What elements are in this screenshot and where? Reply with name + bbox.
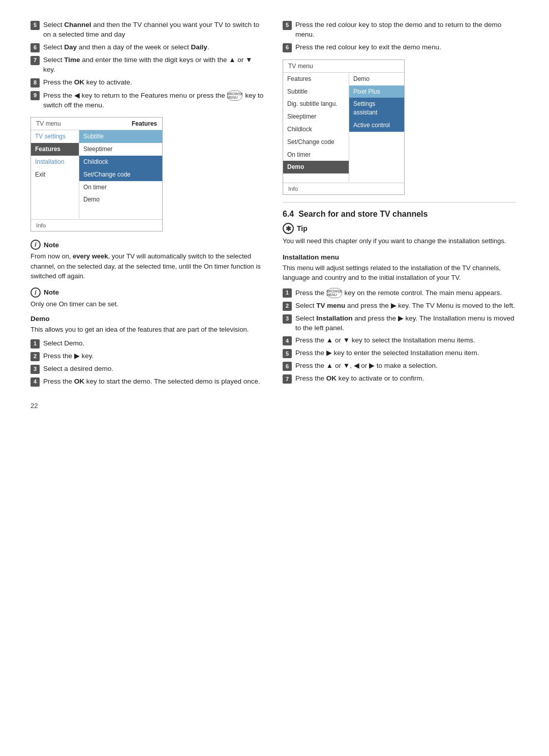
step-text: Select TV menu and press the ▶ key. The … [295, 301, 516, 311]
tv-menu-demo-box: TV menu Features Subtitle Dig. subtitle … [283, 60, 405, 195]
note-text-1: From now on, every week, your TV will au… [30, 251, 264, 281]
step-number: 9 [30, 91, 40, 100]
menu-info: Info [31, 219, 162, 231]
mi-subtitle: Subtitle [283, 85, 349, 98]
menu-right-items2: Demo Pixel Plus Settings assistant Activ… [349, 73, 404, 182]
mr-pixelplus: Pixel Plus [349, 85, 404, 98]
tip-box: ✱ Tip You will need this chapter only if… [283, 223, 516, 246]
step-text: Press the ▶ key to enter the selected In… [295, 348, 516, 358]
step-text: Press the red colour key to exit the dem… [295, 43, 516, 52]
menu-item-childlock: Childlock [79, 156, 162, 168]
note-title-2: Note [44, 288, 59, 296]
menu-key-browse2: BROWSEMENU [327, 288, 342, 298]
step-number: 4 [30, 377, 40, 387]
mi-setchange: Set/Change code [283, 136, 349, 149]
tip-label: ✱ Tip [283, 223, 516, 234]
step-number: 1 [283, 288, 292, 298]
demo-step-4: 4 Press the OK key to start the demo. Th… [30, 377, 264, 387]
menu-key-browse: BROWSEMENU [227, 91, 242, 101]
step-number: 5 [283, 349, 292, 358]
left-column: 5 Select Channel and then the TV channel… [30, 20, 264, 410]
step-item-r6: 6 Press the red colour key to exit the d… [283, 43, 516, 52]
tv-menu-features-box: TV menu Features TV settings Features In… [30, 117, 163, 231]
note-label-2: i Note [30, 287, 264, 298]
menu-item-installation: Installation [31, 156, 79, 168]
menu-info2: Info [283, 183, 404, 194]
step-item: 6 Select Day and then a day of the week … [30, 43, 264, 52]
step-number: 7 [283, 374, 292, 384]
top-steps-right: 5 Press the red colour key to stop the d… [283, 20, 516, 52]
step-text: Press the ▲ or ▼ key to select the Insta… [295, 336, 516, 345]
menu-body: TV settings Features Installation Exit S… [31, 130, 162, 218]
demo-intro: This allows you to get an idea of the fe… [30, 325, 264, 335]
step-text: Press the ▲ or ▼, ◀ or ▶ to make a selec… [295, 361, 516, 371]
page-number: 22 [30, 402, 264, 410]
mi-dig-subtitle: Dig. subtitle langu. [283, 98, 349, 110]
step-number: 4 [283, 336, 292, 345]
menu-title: TV menu [36, 120, 61, 127]
tip-text: You will need this chapter only if you w… [283, 236, 516, 246]
install-step-2: 2 Select TV menu and press the ▶ key. Th… [283, 301, 516, 311]
menu-section: Features [132, 120, 157, 127]
mi-sleeptimer: Sleeptimer [283, 110, 349, 123]
menu-header: TV menu Features [31, 118, 162, 130]
step-number: 6 [30, 43, 40, 52]
step-text: Select Day and then a day of the week or… [43, 43, 264, 52]
install-step-4: 4 Press the ▲ or ▼ key to select the Ins… [283, 336, 516, 345]
step-text: Press the OK key to activate or to confi… [295, 374, 516, 384]
step-number: 8 [30, 78, 40, 88]
step-number: 7 [30, 56, 40, 65]
note-label-1: i Note [30, 240, 264, 250]
step-text: Press the red colour key to stop the dem… [295, 20, 516, 40]
note-box-2: i Note Only one On timer can be set. [30, 287, 264, 309]
install-steps: 1 Press the BROWSEMENU key on the remote… [283, 288, 516, 384]
step-number: 3 [30, 365, 40, 374]
menu-header2: TV menu [283, 60, 404, 73]
step-text: Press the ▶ key. [43, 352, 264, 361]
menu-item-ontimer: On timer [79, 181, 162, 194]
note-icon-2: i [30, 287, 41, 298]
menu-item-subtitle: Subtitle [79, 130, 162, 143]
section-heading: 6.4 Search for and store TV channels [283, 210, 516, 219]
mi-features: Features [283, 73, 349, 85]
note-box-1: i Note From now on, every week, your TV … [30, 240, 264, 281]
menu-item-demo: Demo [79, 193, 162, 206]
menu-body2: Features Subtitle Dig. subtitle langu. S… [283, 73, 404, 182]
top-steps-left: 5 Select Channel and then the TV channel… [30, 20, 264, 110]
install-menu-text: This menu will adjust settings related t… [283, 263, 516, 283]
step-text: Press the OK key to activate. [43, 78, 264, 88]
step-number: 5 [283, 21, 292, 30]
menu-item-features: Features [31, 143, 79, 156]
menu-right-items: Subtitle Sleeptimer Childlock Set/Change… [79, 130, 162, 218]
section-divider [283, 202, 516, 202]
section-number: 6.4 [283, 210, 294, 218]
note-text-2: Only one On timer can be set. [30, 299, 264, 309]
page-layout: 5 Select Channel and then the TV channel… [30, 20, 518, 410]
mi-childlock: Childlock [283, 123, 349, 136]
install-step-6: 6 Press the ▲ or ▼, ◀ or ▶ to make a sel… [283, 361, 516, 371]
mr-settings-assistant: Settings assistant [349, 98, 404, 119]
tip-title: Tip [297, 224, 308, 232]
tip-icon: ✱ [283, 223, 294, 234]
demo-section: Demo This allows you to get an idea of t… [30, 315, 264, 387]
step-text: Select Installation and press the ▶ key.… [295, 314, 516, 333]
menu-item-tv-settings: TV settings [31, 130, 79, 143]
step-text: Press the BROWSEMENU key on the remote c… [295, 288, 516, 298]
mi-ontimer: On timer [283, 149, 349, 161]
demo-title: Demo [30, 315, 264, 323]
demo-step-1: 1 Select Demo. [30, 339, 264, 348]
step-item: 7 Select Time and enter the time with th… [30, 55, 264, 75]
step-number: 6 [283, 43, 292, 52]
step-text: Select Demo. [43, 339, 264, 348]
mr-active-control: Active control [349, 119, 404, 132]
install-step-1: 1 Press the BROWSEMENU key on the remote… [283, 288, 516, 298]
demo-steps: 1 Select Demo. 2 Press the ▶ key. 3 Sele… [30, 339, 264, 387]
step-text: Select Channel and then the TV channel y… [43, 20, 264, 40]
menu-item-setchangecode: Set/Change code [79, 168, 162, 181]
step-number: 1 [30, 339, 40, 348]
step-number: 6 [283, 362, 292, 371]
install-step-7: 7 Press the OK key to activate or to con… [283, 374, 516, 384]
step-text: Select Time and enter the time with the … [43, 55, 264, 75]
step-item: 8 Press the OK key to activate. [30, 78, 264, 88]
step-item: 9 Press the ◀ key to return to the Featu… [30, 91, 264, 110]
